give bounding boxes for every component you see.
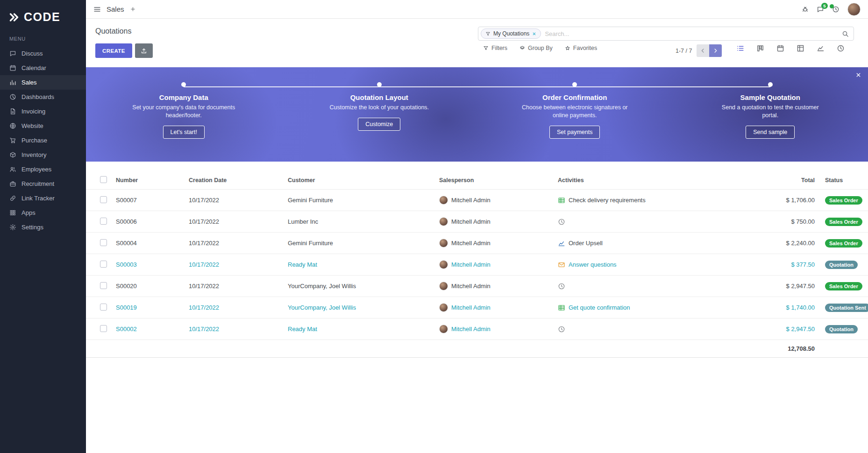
- activities-badge: [830, 4, 834, 8]
- hamburger-menu-icon[interactable]: [93, 6, 101, 13]
- status-badge: Sales Order: [825, 218, 862, 226]
- table-row[interactable]: S00004 10/17/2022 Gemini Furniture Mitch…: [86, 233, 868, 254]
- clock-icon[interactable]: [558, 218, 565, 226]
- send-sample-button[interactable]: Send sample: [746, 126, 795, 139]
- pager-next-button[interactable]: [709, 44, 722, 57]
- activity-view-button[interactable]: [837, 44, 845, 52]
- plus-icon[interactable]: [130, 6, 136, 12]
- customer: Lumber Inc: [288, 218, 439, 225]
- row-checkbox[interactable]: [100, 304, 107, 311]
- creation-date: 10/17/2022: [189, 283, 288, 290]
- table-row[interactable]: S00003 10/17/2022 Ready Mat Mitchell Adm…: [86, 254, 868, 276]
- pager: 1-7 / 7: [676, 44, 722, 57]
- column-status[interactable]: Status: [815, 177, 868, 184]
- sidebar-item-website[interactable]: Website: [0, 119, 86, 133]
- column-activities[interactable]: Activities: [558, 177, 726, 184]
- search-icon[interactable]: [842, 30, 849, 37]
- row-checkbox[interactable]: [100, 282, 107, 289]
- row-checkbox[interactable]: [100, 239, 107, 246]
- salesperson: Mitchell Admin: [439, 217, 558, 226]
- pivot-view-button[interactable]: [797, 44, 804, 52]
- row-checkbox[interactable]: [100, 196, 107, 203]
- lets-start-button[interactable]: Let's start!: [163, 126, 205, 139]
- kanban-view-button[interactable]: [756, 44, 764, 52]
- filters-button[interactable]: Filters: [483, 45, 507, 51]
- clock-icon[interactable]: [558, 283, 565, 290]
- status-badge: Sales Order: [825, 239, 862, 248]
- step-dot: [181, 82, 186, 87]
- sidebar-item-settings[interactable]: Settings: [0, 220, 86, 234]
- create-button[interactable]: CREATE: [95, 43, 132, 58]
- row-checkbox[interactable]: [100, 218, 107, 225]
- customer: YourCompany, Joel Willis: [288, 304, 439, 311]
- bug-icon[interactable]: [802, 6, 809, 13]
- set-payments-button[interactable]: Set payments: [549, 126, 600, 139]
- total-amount: $ 1,740.00: [726, 304, 815, 311]
- search-bar: My Quotations: [478, 27, 854, 41]
- salesperson: Mitchell Admin: [439, 260, 558, 269]
- salesperson: Mitchell Admin: [439, 196, 558, 205]
- clock-icon: [837, 44, 845, 52]
- app-name[interactable]: Sales: [107, 5, 124, 13]
- messages-icon[interactable]: 5: [817, 6, 824, 13]
- step-company-data: Company Data Set your company's data for…: [86, 81, 282, 162]
- table-row[interactable]: S00006 10/17/2022 Lumber Inc Mitchell Ad…: [86, 211, 868, 233]
- pager-previous-button[interactable]: [697, 44, 709, 57]
- salesperson-avatar: [439, 239, 448, 248]
- select-all-checkbox[interactable]: [100, 176, 107, 183]
- customize-button[interactable]: Customize: [358, 118, 400, 131]
- graph-icon: [9, 79, 16, 86]
- sidebar-item-employees[interactable]: Employees: [0, 162, 86, 177]
- brand-logo[interactable]: CODE: [0, 0, 86, 36]
- quotation-number: S00002: [116, 326, 189, 333]
- sidebar-item-apps[interactable]: Apps: [0, 205, 86, 220]
- sidebar-item-discuss[interactable]: Discuss: [0, 46, 86, 61]
- pie-icon: [9, 93, 16, 100]
- sidebar-item-recruitment[interactable]: Recruitment: [0, 177, 86, 191]
- pivot-icon: [797, 44, 804, 52]
- footer-total: 12,708.50: [726, 345, 815, 352]
- column-customer[interactable]: Customer: [288, 177, 439, 184]
- user-avatar[interactable]: [847, 3, 861, 16]
- sidebar-item-dashboards[interactable]: Dashboards: [0, 90, 86, 104]
- row-checkbox[interactable]: [100, 261, 107, 268]
- salesperson: Mitchell Admin: [439, 239, 558, 248]
- search-facet[interactable]: My Quotations: [481, 28, 541, 39]
- search-input[interactable]: [541, 30, 842, 37]
- calendar-view-button[interactable]: [776, 44, 784, 52]
- table-row[interactable]: S00020 10/17/2022 YourCompany, Joel Will…: [86, 276, 868, 297]
- upload-button[interactable]: [135, 43, 153, 58]
- remove-facet-icon[interactable]: [532, 32, 536, 36]
- menu-label: MENU: [0, 36, 86, 46]
- list-view-button[interactable]: [736, 44, 744, 52]
- link-icon: [9, 195, 16, 202]
- sidebar-item-invoicing[interactable]: Invoicing: [0, 104, 86, 119]
- sidebar-item-link-tracker[interactable]: Link Tracker: [0, 191, 86, 205]
- column-creation-date[interactable]: Creation Date: [189, 177, 288, 184]
- grid-icon: [9, 209, 16, 216]
- row-checkbox[interactable]: [100, 325, 107, 332]
- table-row[interactable]: S00007 10/17/2022 Gemini Furniture Mitch…: [86, 190, 868, 211]
- table-row[interactable]: S00002 10/17/2022 Ready Mat Mitchell Adm…: [86, 319, 868, 340]
- control-panel: Quotations My Quotations CREATE Filters …: [86, 19, 868, 67]
- clock-icon[interactable]: [558, 326, 565, 333]
- salesperson: Mitchell Admin: [439, 303, 558, 312]
- column-number[interactable]: Number: [116, 177, 189, 184]
- activities-clock-icon[interactable]: [832, 6, 840, 13]
- sidebar-item-inventory[interactable]: Inventory: [0, 148, 86, 162]
- step-sample-quotation: Sample Quotation Send a quotation to tes…: [673, 81, 868, 162]
- main-area: Sales 5 Quotations My Quotations: [86, 0, 868, 453]
- sidebar-item-sales[interactable]: Sales: [0, 75, 86, 90]
- envelope-icon: [558, 261, 565, 269]
- column-salesperson[interactable]: Salesperson: [439, 177, 558, 184]
- table-row[interactable]: S00019 10/17/2022 YourCompany, Joel Will…: [86, 297, 868, 319]
- sidebar-item-calendar[interactable]: Calendar: [0, 61, 86, 75]
- favorites-button[interactable]: Favorites: [565, 45, 597, 51]
- graph-view-button[interactable]: [817, 44, 825, 52]
- sidebar-item-purchase[interactable]: Purchase: [0, 133, 86, 148]
- column-total[interactable]: Total: [726, 177, 815, 184]
- step-dot: [768, 82, 773, 87]
- total-amount: $ 2,947.50: [726, 283, 815, 290]
- group-by-button[interactable]: Group By: [519, 45, 553, 51]
- document-icon: [9, 108, 16, 115]
